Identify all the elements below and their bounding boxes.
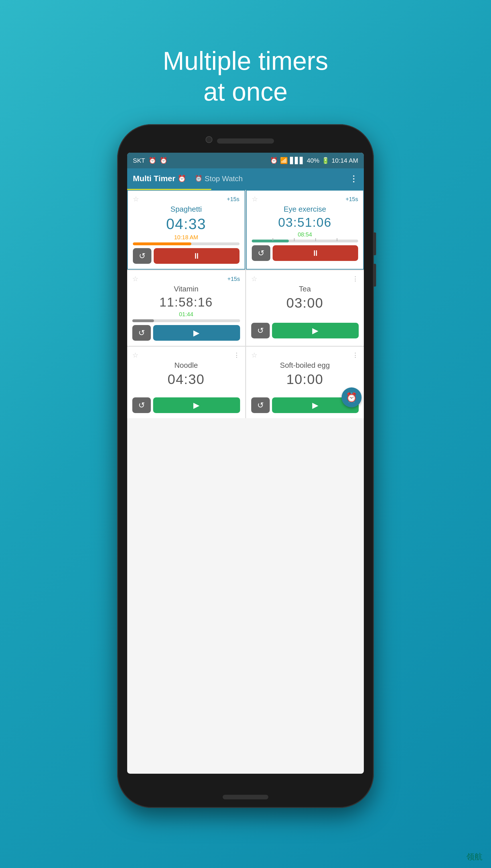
progress-ticks-eye — [252, 238, 358, 241]
pause-button-spaghetti[interactable]: ⏸ — [154, 248, 239, 264]
reset-button-vitamin[interactable]: ↺ — [132, 325, 151, 341]
watermark: 领航 — [466, 851, 483, 862]
menu-button-noodle[interactable]: ⋮ — [233, 351, 240, 359]
card-top-spaghetti: ☆ +15s — [133, 195, 239, 203]
favorite-icon-eye[interactable]: ☆ — [252, 195, 258, 203]
card-top-tea: ☆ ⋮ — [251, 275, 359, 283]
headline-line1: Multiple timers — [163, 47, 328, 75]
card-top-noodle: ☆ ⋮ — [132, 351, 240, 359]
volume-down-button[interactable] — [374, 264, 376, 286]
phone-screen: SKT ⏰ ⏰ ⏰ 📶 ▋▋▋ 40% 🔋 10:14 AM Multi Tim… — [127, 153, 364, 774]
spacer-noodle — [132, 389, 240, 395]
buttons-spaghetti: ↺ ⏸ — [133, 248, 239, 264]
timer-alarm-spaghetti: 10:18 AM — [133, 234, 239, 241]
timer-card-spaghetti: ☆ +15s Spaghetti 04:33 10:18 AM ↺ ⏸ — [127, 190, 245, 270]
add-timer-fab[interactable]: ⏰ — [342, 388, 362, 407]
play-button-noodle[interactable]: ▶ — [153, 397, 240, 413]
stopwatch-tab[interactable]: ⏰ Stop Watch — [195, 174, 243, 183]
phone-speaker — [217, 138, 274, 144]
tick1 — [272, 238, 273, 241]
headline: Multiple timers at once — [163, 23, 328, 107]
time-label: 10:14 AM — [331, 157, 358, 164]
progress-fill-spaghetti — [133, 242, 191, 245]
buttons-vitamin: ↺ ▶ — [132, 325, 240, 341]
app-name-label: Multi Timer — [133, 174, 175, 183]
tick3 — [315, 238, 316, 241]
wifi-icon: 📶 — [280, 157, 288, 164]
phone-home-indicator — [223, 795, 268, 799]
timer-time-tea: 03:00 — [251, 295, 359, 311]
buttons-tea: ↺ ▶ — [251, 323, 359, 338]
alarm-icon-2: ⏰ — [160, 157, 167, 164]
app-toolbar: Multi Timer ⏰ ⏰ Stop Watch ⋮ — [127, 168, 364, 189]
favorite-icon-tea[interactable]: ☆ — [251, 275, 258, 283]
favorite-icon-noodle[interactable]: ☆ — [132, 351, 139, 359]
card-top-egg: ☆ ⋮ — [251, 351, 359, 359]
phone-device: SKT ⏰ ⏰ ⏰ 📶 ▋▋▋ 40% 🔋 10:14 AM Multi Tim… — [117, 124, 374, 808]
menu-button-egg[interactable]: ⋮ — [352, 351, 359, 359]
status-right: ⏰ 📶 ▋▋▋ 40% 🔋 10:14 AM — [270, 157, 358, 164]
favorite-icon-vitamin[interactable]: ☆ — [132, 275, 139, 283]
reset-button-tea[interactable]: ↺ — [251, 323, 270, 338]
battery-icon: 🔋 — [322, 157, 329, 164]
phone-frame: SKT ⏰ ⏰ ⏰ 📶 ▋▋▋ 40% 🔋 10:14 AM Multi Tim… — [117, 124, 374, 808]
plus15-vitamin[interactable]: +15s — [228, 276, 240, 282]
reset-button-eye[interactable]: ↺ — [252, 245, 270, 261]
favorite-icon-egg[interactable]: ☆ — [251, 351, 258, 359]
reset-button-noodle[interactable]: ↺ — [132, 397, 151, 413]
play-button-tea[interactable]: ▶ — [272, 323, 359, 338]
timer-time-spaghetti: 04:33 — [133, 215, 239, 232]
status-bar: SKT ⏰ ⏰ ⏰ 📶 ▋▋▋ 40% 🔋 10:14 AM — [127, 153, 364, 168]
phone-camera — [206, 136, 212, 143]
progress-eye — [252, 240, 358, 242]
timer-time-eye: 03:51:06 — [252, 215, 358, 229]
battery-label: 40% — [307, 157, 319, 164]
timer-name-noodle: Noodle — [132, 361, 240, 370]
tick4 — [337, 238, 337, 241]
pause-button-eye[interactable]: ⏸ — [272, 245, 358, 261]
timer-card-vitamin: ☆ +15s Vitamin 11:58:16 01:44 ↺ ▶ — [127, 270, 245, 346]
buttons-egg: ↺ ▶ ⏰ — [251, 397, 359, 413]
alarm-icon-3: ⏰ — [270, 157, 278, 164]
timer-time-vitamin: 11:58:16 — [132, 295, 240, 309]
plus15-spaghetti[interactable]: +15s — [227, 196, 239, 203]
timer-name-vitamin: Vitamin — [132, 285, 240, 293]
card-top-eye: ☆ +15s — [252, 195, 358, 203]
timer-alarm-eye: 08:54 — [252, 231, 358, 238]
timer-name-eye: Eye exercise — [252, 205, 358, 214]
plus15-eye[interactable]: +15s — [346, 196, 358, 203]
add-timer-icon: ⏰ — [346, 392, 357, 403]
volume-up-button[interactable] — [374, 232, 376, 255]
timer-name-spaghetti: Spaghetti — [133, 205, 239, 214]
reset-button-egg[interactable]: ↺ — [251, 397, 270, 413]
timer-alarm-vitamin: 01:44 — [132, 311, 240, 318]
menu-button-tea[interactable]: ⋮ — [352, 275, 359, 283]
timer-name-egg: Soft-boiled egg — [251, 361, 359, 370]
overflow-menu-button[interactable]: ⋮ — [350, 174, 358, 183]
buttons-noodle: ↺ ▶ — [132, 397, 240, 413]
spacer2-tea — [251, 317, 359, 320]
status-left: SKT ⏰ ⏰ — [133, 157, 167, 164]
stopwatch-label: Stop Watch — [205, 174, 243, 183]
favorite-icon-spaghetti[interactable]: ☆ — [133, 195, 139, 203]
timer-icon: ⏰ — [178, 175, 186, 183]
reset-button-spaghetti[interactable]: ↺ — [133, 248, 151, 264]
buttons-eye: ↺ ⏸ — [252, 245, 358, 261]
tick2 — [294, 238, 294, 241]
timer-card-noodle: ☆ ⋮ Noodle 04:30 ↺ ▶ — [127, 347, 245, 418]
play-button-vitamin[interactable]: ▶ — [153, 325, 240, 341]
timer-time-noodle: 04:30 — [132, 371, 240, 387]
carrier-label: SKT — [133, 157, 145, 164]
timer-card-tea: ☆ ⋮ Tea 03:00 ↺ ▶ — [246, 270, 364, 346]
timer-card-egg: ☆ ⋮ Soft-boiled egg 10:00 ↺ ▶ ⏰ — [246, 347, 364, 418]
card-top-vitamin: ☆ +15s — [132, 275, 240, 283]
signal-icon: ▋▋▋ — [290, 157, 305, 164]
timer-card-eye-exercise: ☆ +15s Eye exercise 03:51:06 08:54 — [246, 190, 364, 270]
timer-name-tea: Tea — [251, 285, 359, 293]
progress-spaghetti — [133, 242, 239, 245]
spacer-tea — [251, 312, 359, 315]
progress-fill-vitamin — [132, 319, 154, 322]
timer-time-egg: 10:00 — [251, 371, 359, 387]
stopwatch-icon: ⏰ — [195, 175, 202, 182]
progress-vitamin — [132, 319, 240, 322]
